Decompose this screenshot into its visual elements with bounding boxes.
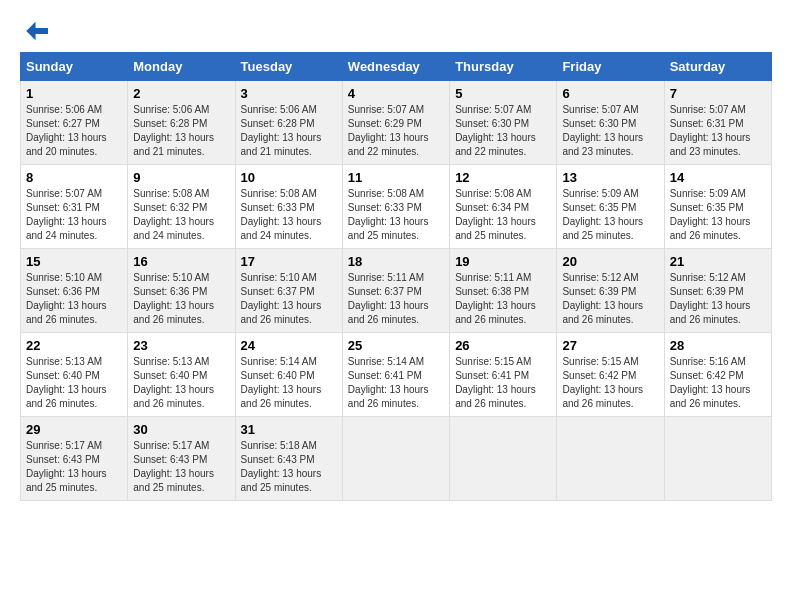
day-info: Sunrise: 5:09 AMSunset: 6:35 PMDaylight:… xyxy=(670,188,751,241)
day-info: Sunrise: 5:06 AMSunset: 6:27 PMDaylight:… xyxy=(26,104,107,157)
calendar-cell: 20 Sunrise: 5:12 AMSunset: 6:39 PMDaylig… xyxy=(557,249,664,333)
day-number: 6 xyxy=(562,86,658,101)
day-info: Sunrise: 5:08 AMSunset: 6:33 PMDaylight:… xyxy=(241,188,322,241)
day-number: 16 xyxy=(133,254,229,269)
calendar-cell: 26 Sunrise: 5:15 AMSunset: 6:41 PMDaylig… xyxy=(450,333,557,417)
day-number: 1 xyxy=(26,86,122,101)
day-number: 12 xyxy=(455,170,551,185)
calendar-week-row: 15 Sunrise: 5:10 AMSunset: 6:36 PMDaylig… xyxy=(21,249,772,333)
calendar-week-row: 29 Sunrise: 5:17 AMSunset: 6:43 PMDaylig… xyxy=(21,417,772,501)
day-info: Sunrise: 5:15 AMSunset: 6:42 PMDaylight:… xyxy=(562,356,643,409)
day-info: Sunrise: 5:07 AMSunset: 6:29 PMDaylight:… xyxy=(348,104,429,157)
logo xyxy=(20,20,52,42)
day-of-week-header: Tuesday xyxy=(235,53,342,81)
day-of-week-header: Saturday xyxy=(664,53,771,81)
days-of-week-row: SundayMondayTuesdayWednesdayThursdayFrid… xyxy=(21,53,772,81)
day-number: 3 xyxy=(241,86,337,101)
day-number: 28 xyxy=(670,338,766,353)
day-info: Sunrise: 5:12 AMSunset: 6:39 PMDaylight:… xyxy=(670,272,751,325)
day-info: Sunrise: 5:16 AMSunset: 6:42 PMDaylight:… xyxy=(670,356,751,409)
day-info: Sunrise: 5:07 AMSunset: 6:31 PMDaylight:… xyxy=(26,188,107,241)
day-number: 18 xyxy=(348,254,444,269)
calendar-week-row: 22 Sunrise: 5:13 AMSunset: 6:40 PMDaylig… xyxy=(21,333,772,417)
calendar-cell: 6 Sunrise: 5:07 AMSunset: 6:30 PMDayligh… xyxy=(557,81,664,165)
calendar-cell: 12 Sunrise: 5:08 AMSunset: 6:34 PMDaylig… xyxy=(450,165,557,249)
day-info: Sunrise: 5:06 AMSunset: 6:28 PMDaylight:… xyxy=(133,104,214,157)
day-info: Sunrise: 5:07 AMSunset: 6:30 PMDaylight:… xyxy=(562,104,643,157)
day-number: 11 xyxy=(348,170,444,185)
calendar-body: 1 Sunrise: 5:06 AMSunset: 6:27 PMDayligh… xyxy=(21,81,772,501)
calendar-cell xyxy=(664,417,771,501)
day-info: Sunrise: 5:08 AMSunset: 6:34 PMDaylight:… xyxy=(455,188,536,241)
calendar-cell: 1 Sunrise: 5:06 AMSunset: 6:27 PMDayligh… xyxy=(21,81,128,165)
day-number: 21 xyxy=(670,254,766,269)
day-number: 22 xyxy=(26,338,122,353)
calendar-cell xyxy=(557,417,664,501)
day-info: Sunrise: 5:10 AMSunset: 6:36 PMDaylight:… xyxy=(26,272,107,325)
day-info: Sunrise: 5:13 AMSunset: 6:40 PMDaylight:… xyxy=(26,356,107,409)
day-number: 26 xyxy=(455,338,551,353)
day-info: Sunrise: 5:17 AMSunset: 6:43 PMDaylight:… xyxy=(133,440,214,493)
calendar-week-row: 8 Sunrise: 5:07 AMSunset: 6:31 PMDayligh… xyxy=(21,165,772,249)
day-info: Sunrise: 5:14 AMSunset: 6:41 PMDaylight:… xyxy=(348,356,429,409)
day-number: 23 xyxy=(133,338,229,353)
calendar-cell: 19 Sunrise: 5:11 AMSunset: 6:38 PMDaylig… xyxy=(450,249,557,333)
day-number: 10 xyxy=(241,170,337,185)
day-info: Sunrise: 5:08 AMSunset: 6:33 PMDaylight:… xyxy=(348,188,429,241)
day-info: Sunrise: 5:15 AMSunset: 6:41 PMDaylight:… xyxy=(455,356,536,409)
calendar-cell: 9 Sunrise: 5:08 AMSunset: 6:32 PMDayligh… xyxy=(128,165,235,249)
calendar-cell: 22 Sunrise: 5:13 AMSunset: 6:40 PMDaylig… xyxy=(21,333,128,417)
day-of-week-header: Sunday xyxy=(21,53,128,81)
calendar-table: SundayMondayTuesdayWednesdayThursdayFrid… xyxy=(20,52,772,501)
day-of-week-header: Friday xyxy=(557,53,664,81)
day-of-week-header: Monday xyxy=(128,53,235,81)
calendar-cell: 7 Sunrise: 5:07 AMSunset: 6:31 PMDayligh… xyxy=(664,81,771,165)
calendar-cell: 27 Sunrise: 5:15 AMSunset: 6:42 PMDaylig… xyxy=(557,333,664,417)
day-number: 30 xyxy=(133,422,229,437)
day-number: 20 xyxy=(562,254,658,269)
day-info: Sunrise: 5:11 AMSunset: 6:37 PMDaylight:… xyxy=(348,272,429,325)
calendar-cell: 25 Sunrise: 5:14 AMSunset: 6:41 PMDaylig… xyxy=(342,333,449,417)
calendar-week-row: 1 Sunrise: 5:06 AMSunset: 6:27 PMDayligh… xyxy=(21,81,772,165)
calendar-cell: 31 Sunrise: 5:18 AMSunset: 6:43 PMDaylig… xyxy=(235,417,342,501)
day-info: Sunrise: 5:07 AMSunset: 6:31 PMDaylight:… xyxy=(670,104,751,157)
day-info: Sunrise: 5:06 AMSunset: 6:28 PMDaylight:… xyxy=(241,104,322,157)
calendar-cell: 16 Sunrise: 5:10 AMSunset: 6:36 PMDaylig… xyxy=(128,249,235,333)
day-number: 8 xyxy=(26,170,122,185)
calendar-cell: 30 Sunrise: 5:17 AMSunset: 6:43 PMDaylig… xyxy=(128,417,235,501)
calendar-cell xyxy=(450,417,557,501)
calendar-cell: 23 Sunrise: 5:13 AMSunset: 6:40 PMDaylig… xyxy=(128,333,235,417)
calendar-cell: 13 Sunrise: 5:09 AMSunset: 6:35 PMDaylig… xyxy=(557,165,664,249)
day-number: 27 xyxy=(562,338,658,353)
day-number: 19 xyxy=(455,254,551,269)
calendar-cell: 15 Sunrise: 5:10 AMSunset: 6:36 PMDaylig… xyxy=(21,249,128,333)
calendar-cell xyxy=(342,417,449,501)
calendar-cell: 28 Sunrise: 5:16 AMSunset: 6:42 PMDaylig… xyxy=(664,333,771,417)
day-number: 24 xyxy=(241,338,337,353)
calendar-header: SundayMondayTuesdayWednesdayThursdayFrid… xyxy=(21,53,772,81)
day-of-week-header: Thursday xyxy=(450,53,557,81)
calendar-cell: 5 Sunrise: 5:07 AMSunset: 6:30 PMDayligh… xyxy=(450,81,557,165)
svg-marker-1 xyxy=(26,22,48,41)
day-info: Sunrise: 5:07 AMSunset: 6:30 PMDaylight:… xyxy=(455,104,536,157)
day-info: Sunrise: 5:14 AMSunset: 6:40 PMDaylight:… xyxy=(241,356,322,409)
calendar-cell: 2 Sunrise: 5:06 AMSunset: 6:28 PMDayligh… xyxy=(128,81,235,165)
day-info: Sunrise: 5:09 AMSunset: 6:35 PMDaylight:… xyxy=(562,188,643,241)
calendar-cell: 29 Sunrise: 5:17 AMSunset: 6:43 PMDaylig… xyxy=(21,417,128,501)
calendar-cell: 18 Sunrise: 5:11 AMSunset: 6:37 PMDaylig… xyxy=(342,249,449,333)
day-number: 31 xyxy=(241,422,337,437)
calendar-cell: 17 Sunrise: 5:10 AMSunset: 6:37 PMDaylig… xyxy=(235,249,342,333)
day-number: 13 xyxy=(562,170,658,185)
day-number: 25 xyxy=(348,338,444,353)
day-info: Sunrise: 5:12 AMSunset: 6:39 PMDaylight:… xyxy=(562,272,643,325)
day-number: 17 xyxy=(241,254,337,269)
day-info: Sunrise: 5:10 AMSunset: 6:37 PMDaylight:… xyxy=(241,272,322,325)
calendar-cell: 8 Sunrise: 5:07 AMSunset: 6:31 PMDayligh… xyxy=(21,165,128,249)
logo-icon xyxy=(20,20,48,42)
calendar-cell: 3 Sunrise: 5:06 AMSunset: 6:28 PMDayligh… xyxy=(235,81,342,165)
day-number: 14 xyxy=(670,170,766,185)
day-info: Sunrise: 5:17 AMSunset: 6:43 PMDaylight:… xyxy=(26,440,107,493)
day-number: 29 xyxy=(26,422,122,437)
page-header xyxy=(20,20,772,42)
day-info: Sunrise: 5:08 AMSunset: 6:32 PMDaylight:… xyxy=(133,188,214,241)
